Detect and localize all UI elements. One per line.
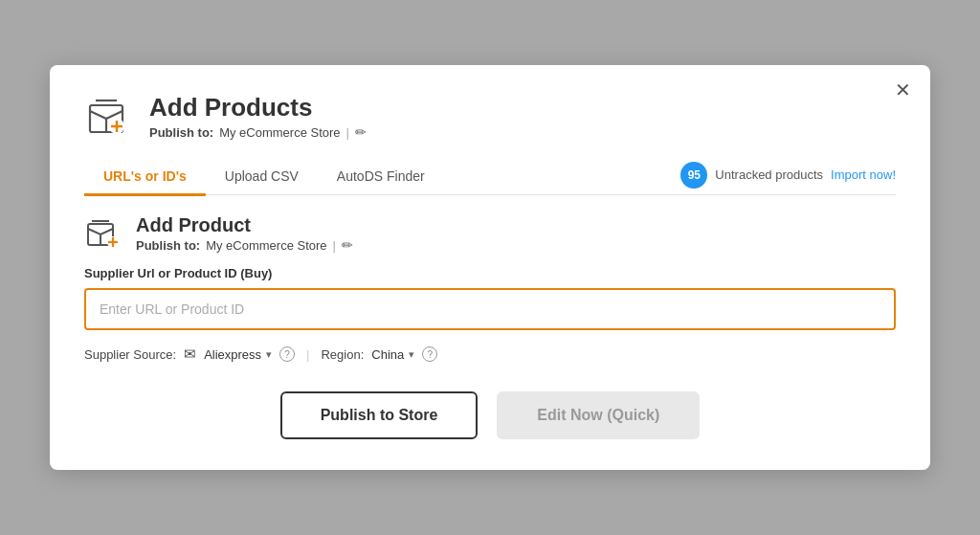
untracked-text: Untracked products — [715, 167, 823, 182]
inner-edit-icon[interactable]: ✏ — [342, 237, 353, 253]
header-publish-to: Publish to: My eCommerce Store | ✏ — [149, 124, 367, 140]
tabs-row: URL's or ID's Upload CSV AutoDS Finder 9… — [84, 159, 896, 196]
import-now-link[interactable]: Import now! — [831, 167, 896, 182]
supplier-select[interactable]: Aliexpress ▾ — [204, 347, 272, 362]
inner-publish-label: Publish to: — [136, 238, 200, 253]
untracked-area: 95 Untracked products Import now! — [680, 162, 896, 192]
supplier-row: Supplier Source: ✉ Aliexpress ▾ ? | Regi… — [84, 346, 896, 363]
url-input[interactable] — [84, 288, 896, 330]
region-value: China — [371, 347, 404, 362]
publish-button[interactable]: Publish to Store — [280, 391, 479, 439]
supplier-label: Supplier Source: — [84, 347, 176, 362]
supplier-chevron-icon: ▾ — [266, 348, 272, 361]
region-label: Region: — [321, 347, 364, 362]
supplier-help-icon[interactable]: ? — [279, 346, 295, 362]
form-section: Supplier Url or Product ID (Buy) Supplie… — [84, 266, 896, 363]
inner-store-name: My eCommerce Store — [206, 238, 326, 253]
tab-finder[interactable]: AutoDS Finder — [318, 159, 444, 196]
region-help-icon[interactable]: ? — [422, 346, 437, 362]
tab-csv[interactable]: Upload CSV — [206, 159, 318, 196]
inner-title: Add Product — [136, 214, 353, 236]
field-label: Supplier Url or Product ID (Buy) — [84, 266, 896, 280]
inner-text: Add Product Publish to: My eCommerce Sto… — [136, 214, 353, 253]
inner-section: Add Product Publish to: My eCommerce Sto… — [84, 214, 896, 253]
modal-title: Add Products — [149, 93, 367, 123]
header-edit-icon[interactable]: ✏ — [355, 124, 367, 140]
supplier-pipe: | — [306, 347, 309, 362]
region-chevron-icon: ▾ — [409, 348, 414, 361]
close-button[interactable]: ✕ — [895, 80, 911, 100]
untracked-badge: 95 — [680, 162, 707, 189]
footer-buttons: Publish to Store Edit Now (Quick) — [84, 391, 896, 439]
store-name: My eCommerce Store — [219, 125, 340, 140]
region-select[interactable]: China ▾ — [371, 347, 414, 362]
header-divider: | — [346, 125, 349, 140]
modal-container: ✕ Add Products Publish to: — [50, 65, 930, 471]
supplier-value: Aliexpress — [204, 347, 261, 362]
modal-header: Add Products Publish to: My eCommerce St… — [84, 92, 896, 142]
tab-urls[interactable]: URL's or ID's — [84, 159, 206, 196]
publish-label: Publish to: — [149, 125, 213, 140]
inner-publish-to: Publish to: My eCommerce Store | ✏ — [136, 237, 353, 253]
edit-now-button[interactable]: Edit Now (Quick) — [497, 391, 700, 439]
modal-overlay: ✕ Add Products Publish to: — [0, 0, 980, 535]
product-box-icon-large — [84, 92, 134, 142]
aliexpress-icon: ✉ — [184, 346, 196, 363]
header-text: Add Products Publish to: My eCommerce St… — [149, 93, 367, 140]
inner-divider: | — [333, 238, 336, 253]
product-box-icon-small — [84, 214, 122, 253]
tabs-container: URL's or ID's Upload CSV AutoDS Finder — [84, 159, 680, 195]
